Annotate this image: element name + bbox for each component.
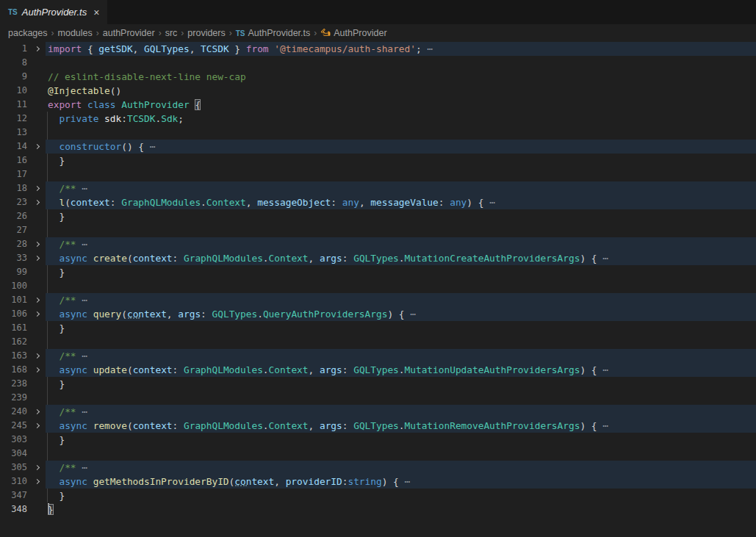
code-line: 99 } — [0, 265, 756, 279]
line-number[interactable]: 304 — [0, 447, 29, 461]
fold-chevron-icon[interactable] — [29, 349, 46, 363]
code-content[interactable]: } — [46, 209, 756, 223]
fold-chevron-icon[interactable] — [29, 181, 46, 195]
line-number[interactable]: 16 — [0, 154, 29, 167]
line-number[interactable]: 101 — [0, 293, 29, 307]
tab-authprovider[interactable]: TS AuthProvider.ts × — [0, 0, 107, 24]
code-content[interactable]: import { getSDK, GQLTypes, TCSDK } from … — [46, 42, 756, 56]
line-number[interactable]: 239 — [0, 391, 29, 405]
code-content[interactable]: async update(context: GraphQLModules.Con… — [46, 363, 756, 377]
line-number[interactable]: 18 — [0, 181, 29, 195]
line-number[interactable]: 9 — [0, 70, 29, 84]
breadcrumb-item-modules[interactable]: modules — [58, 28, 93, 38]
breadcrumb-separator-icon: › — [96, 28, 99, 38]
line-number[interactable]: 17 — [0, 167, 29, 181]
code-content[interactable]: async remove(context: GraphQLModules.Con… — [46, 419, 756, 433]
code-content[interactable]: /** ⋯ — [46, 461, 756, 475]
code-content[interactable]: } — [46, 502, 756, 516]
line-number[interactable]: 28 — [0, 237, 29, 251]
code-content[interactable] — [46, 391, 756, 405]
code-content[interactable]: /** ⋯ — [46, 181, 756, 195]
fold-chevron-icon[interactable] — [29, 140, 46, 154]
code-content[interactable]: } — [46, 489, 756, 502]
code-content[interactable]: @Injectable() — [46, 84, 756, 98]
fold-gutter — [29, 84, 46, 98]
code-content[interactable]: l(context: GraphQLModules.Context, messa… — [46, 195, 756, 209]
breadcrumb-item-packages[interactable]: packages — [8, 28, 48, 38]
fold-chevron-icon[interactable] — [29, 363, 46, 377]
breadcrumb-item-symbol[interactable]: AuthProvider — [320, 28, 386, 38]
line-number[interactable]: 348 — [0, 502, 29, 516]
line-number[interactable]: 106 — [0, 307, 29, 321]
breadcrumb-item-authProvider[interactable]: authProvider — [103, 28, 155, 38]
line-number[interactable]: 163 — [0, 349, 29, 363]
code-content[interactable]: constructor() { ⋯ — [46, 140, 756, 154]
fold-chevron-icon[interactable] — [29, 195, 46, 209]
line-number[interactable]: 27 — [0, 223, 29, 237]
code-content[interactable]: /** ⋯ — [46, 349, 756, 363]
line-number[interactable]: 100 — [0, 279, 29, 293]
code-content[interactable] — [46, 223, 756, 237]
fold-chevron-icon[interactable] — [29, 237, 46, 251]
tab-title: AuthProvider.ts — [22, 7, 87, 18]
line-number[interactable]: 162 — [0, 335, 29, 349]
code-content[interactable] — [46, 56, 756, 70]
line-number[interactable]: 238 — [0, 377, 29, 391]
fold-chevron-icon[interactable] — [29, 251, 46, 265]
code-content[interactable]: /** ⋯ — [46, 293, 756, 307]
code-content[interactable]: // eslint-disable-next-line new-cap — [46, 70, 756, 84]
code-content[interactable]: async create(context: GraphQLModules.Con… — [46, 251, 756, 265]
line-number[interactable]: 240 — [0, 405, 29, 419]
line-number[interactable]: 347 — [0, 489, 29, 502]
line-number[interactable]: 8 — [0, 56, 29, 70]
breadcrumb-item-src[interactable]: src — [165, 28, 178, 38]
code-content[interactable] — [46, 126, 756, 140]
line-number[interactable]: 161 — [0, 321, 29, 335]
line-number[interactable]: 13 — [0, 126, 29, 140]
line-number[interactable]: 99 — [0, 265, 29, 279]
line-number[interactable]: 168 — [0, 363, 29, 377]
code-content[interactable]: export class AuthProvider { — [46, 98, 756, 112]
code-content[interactable] — [46, 167, 756, 181]
code-content[interactable]: async getMethodsInProviderByID(context, … — [46, 475, 756, 489]
code-content[interactable]: } — [46, 377, 756, 391]
line-number[interactable]: 14 — [0, 140, 29, 154]
line-number[interactable]: 1 — [0, 42, 29, 56]
line-number[interactable]: 245 — [0, 419, 29, 433]
code-content[interactable]: } — [46, 265, 756, 279]
fold-chevron-icon[interactable] — [29, 307, 46, 321]
line-number[interactable]: 26 — [0, 209, 29, 223]
fold-gutter — [29, 335, 46, 349]
fold-chevron-icon[interactable] — [29, 461, 46, 475]
code-content[interactable]: } — [46, 321, 756, 335]
fold-chevron-icon[interactable] — [29, 475, 46, 489]
code-content[interactable] — [46, 447, 756, 461]
code-content[interactable]: } — [46, 154, 756, 167]
line-number[interactable]: 23 — [0, 195, 29, 209]
code-content[interactable] — [46, 279, 756, 293]
breadcrumb-item-file[interactable]: TSAuthProvider.ts — [236, 28, 311, 38]
code-content[interactable]: } — [46, 433, 756, 447]
tab-bar: TS AuthProvider.ts × — [0, 0, 756, 24]
line-number[interactable]: 10 — [0, 84, 29, 98]
code-token: l — [59, 197, 65, 208]
line-number[interactable]: 305 — [0, 461, 29, 475]
fold-chevron-icon[interactable] — [29, 42, 46, 56]
code-line: 11export class AuthProvider { — [0, 98, 756, 112]
code-content[interactable]: async query(context, args: GQLTypes.Quer… — [46, 307, 756, 321]
fold-chevron-icon[interactable] — [29, 293, 46, 307]
code-content[interactable]: private sdk:TCSDK.Sdk; — [46, 112, 756, 126]
code-content[interactable]: /** ⋯ — [46, 237, 756, 251]
breadcrumb-item-providers[interactable]: providers — [187, 28, 225, 38]
fold-chevron-icon[interactable] — [29, 405, 46, 419]
close-icon[interactable]: × — [93, 7, 99, 18]
code-token: ) { — [382, 476, 405, 487]
code-content[interactable] — [46, 335, 756, 349]
line-number[interactable]: 310 — [0, 475, 29, 489]
line-number[interactable]: 12 — [0, 112, 29, 126]
line-number[interactable]: 11 — [0, 98, 29, 112]
line-number[interactable]: 303 — [0, 433, 29, 447]
fold-chevron-icon[interactable] — [29, 419, 46, 433]
code-content[interactable]: /** ⋯ — [46, 405, 756, 419]
line-number[interactable]: 33 — [0, 251, 29, 265]
